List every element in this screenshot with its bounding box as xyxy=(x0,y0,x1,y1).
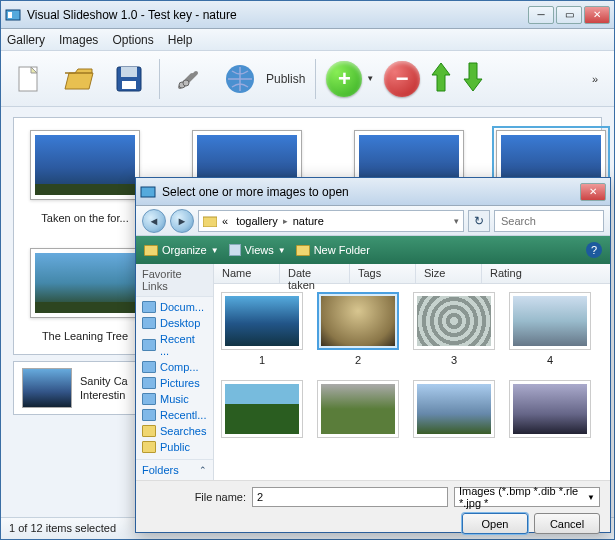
svg-rect-1 xyxy=(8,12,12,18)
filename-input[interactable] xyxy=(252,487,448,507)
settings-button[interactable] xyxy=(170,59,210,99)
fav-music[interactable]: Music xyxy=(136,391,213,407)
folder-icon xyxy=(203,215,217,227)
file-item[interactable]: 2 xyxy=(314,292,402,366)
thumbnail-caption: The Leaning Tree xyxy=(42,330,128,342)
file-open-dialog: Select one or more images to open ✕ ◄ ► … xyxy=(135,177,611,533)
fav-public[interactable]: Public xyxy=(136,439,213,455)
detail-text: Sanity Ca Interestin xyxy=(80,374,128,403)
toolbar: Publish + ▼ − » xyxy=(1,51,614,107)
nav-forward-button[interactable]: ► xyxy=(170,209,194,233)
thumbnail-item[interactable]: The Leaning Tree xyxy=(30,248,140,342)
organize-button[interactable]: Organize ▼ xyxy=(144,244,219,256)
menu-options[interactable]: Options xyxy=(112,33,153,47)
open-button[interactable]: Open xyxy=(462,513,528,534)
dialog-footer: File name: Images (*.bmp *.dib *.rle *.j… xyxy=(136,480,610,532)
file-item[interactable]: 3 xyxy=(410,292,498,366)
minimize-button[interactable]: ─ xyxy=(528,6,554,24)
fav-documents[interactable]: Docum... xyxy=(136,299,213,315)
favorites-header: Favorite Links xyxy=(136,264,213,297)
toolbar-overflow-icon[interactable]: » xyxy=(592,73,606,85)
thumbnail-caption: Taken on the for... xyxy=(41,212,128,224)
dialog-title: Select one or more images to open xyxy=(162,185,580,199)
dialog-close-button[interactable]: ✕ xyxy=(580,183,606,201)
menu-help[interactable]: Help xyxy=(168,33,193,47)
fav-searches[interactable]: Searches xyxy=(136,423,213,439)
publish-label: Publish xyxy=(266,72,305,86)
list-header: Name Date taken Tags Size Rating xyxy=(214,264,610,284)
file-item[interactable] xyxy=(314,380,402,438)
move-down-button[interactable] xyxy=(462,61,484,97)
refresh-button[interactable]: ↻ xyxy=(468,210,490,232)
menu-images[interactable]: Images xyxy=(59,33,98,47)
publish-button[interactable] xyxy=(220,59,260,99)
search-input[interactable] xyxy=(494,210,604,232)
status-text: 1 of 12 items selected xyxy=(9,522,116,534)
fav-recent[interactable]: Recent ... xyxy=(136,331,213,359)
maximize-button[interactable]: ▭ xyxy=(556,6,582,24)
file-item[interactable]: 1 xyxy=(218,292,306,366)
file-item[interactable]: 4 xyxy=(506,292,594,366)
menu-gallery[interactable]: Gallery xyxy=(7,33,45,47)
filename-label: File name: xyxy=(195,491,246,503)
file-item[interactable] xyxy=(218,380,306,438)
help-icon[interactable]: ? xyxy=(586,242,602,258)
fav-recently[interactable]: Recentl... xyxy=(136,407,213,423)
add-dropdown-icon[interactable]: ▼ xyxy=(366,74,374,83)
file-item[interactable] xyxy=(506,380,594,438)
app-icon xyxy=(5,7,21,23)
command-bar: Organize ▼ Views ▼ New Folder ? xyxy=(136,236,610,264)
views-button[interactable]: Views ▼ xyxy=(229,244,286,256)
col-date[interactable]: Date taken xyxy=(280,264,350,283)
col-size[interactable]: Size xyxy=(416,264,482,283)
col-rating[interactable]: Rating xyxy=(482,264,610,283)
fav-pictures[interactable]: Pictures xyxy=(136,375,213,391)
favorites-pane: Favorite Links Docum... Desktop Recent .… xyxy=(136,264,214,480)
folders-toggle[interactable]: Folders ⌃ xyxy=(136,459,213,480)
svg-rect-10 xyxy=(141,187,155,197)
menubar: Gallery Images Options Help xyxy=(1,29,614,51)
save-button[interactable] xyxy=(109,59,149,99)
col-tags[interactable]: Tags xyxy=(350,264,416,283)
cancel-button[interactable]: Cancel xyxy=(534,513,600,534)
svg-point-8 xyxy=(183,80,189,86)
dialog-navbar: ◄ ► « togallery▸ nature▾ ↻ xyxy=(136,206,610,236)
close-button[interactable]: ✕ xyxy=(584,6,610,24)
file-item[interactable] xyxy=(410,380,498,438)
main-title: Visual Slideshow 1.0 - Test key - nature xyxy=(27,8,528,22)
nav-back-button[interactable]: ◄ xyxy=(142,209,166,233)
thumbnail-item[interactable]: Taken on the for... xyxy=(30,130,140,224)
fav-computer[interactable]: Comp... xyxy=(136,359,213,375)
svg-rect-6 xyxy=(122,81,136,89)
svg-rect-5 xyxy=(121,67,137,77)
add-button[interactable]: + xyxy=(326,61,362,97)
main-titlebar: Visual Slideshow 1.0 - Test key - nature… xyxy=(1,1,614,29)
file-list: 1 2 3 4 xyxy=(214,284,610,480)
breadcrumb[interactable]: « togallery▸ nature▾ xyxy=(198,210,464,232)
file-filter-dropdown[interactable]: Images (*.bmp *.dib *.rle *.jpg *▼ xyxy=(454,487,600,507)
open-button[interactable] xyxy=(59,59,99,99)
file-list-pane: Name Date taken Tags Size Rating 1 2 3 4 xyxy=(214,264,610,480)
dialog-icon xyxy=(140,184,156,200)
dialog-titlebar: Select one or more images to open ✕ xyxy=(136,178,610,206)
detail-thumbnail xyxy=(22,368,72,408)
svg-rect-11 xyxy=(203,217,217,227)
remove-button[interactable]: − xyxy=(384,61,420,97)
move-up-button[interactable] xyxy=(430,61,452,97)
new-button[interactable] xyxy=(9,59,49,99)
fav-desktop[interactable]: Desktop xyxy=(136,315,213,331)
col-name[interactable]: Name xyxy=(214,264,280,283)
new-folder-button[interactable]: New Folder xyxy=(296,244,370,256)
